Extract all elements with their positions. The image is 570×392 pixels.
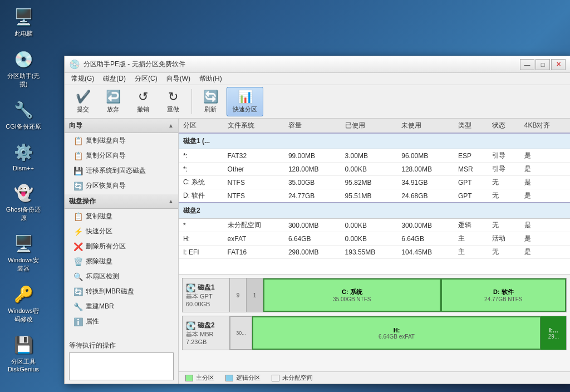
legend-unalloc-color xyxy=(272,375,279,381)
delete-all-icon: ❌ xyxy=(73,242,82,251)
sidebar-item-copy-disk[interactable]: 📋 复制磁盘向导 xyxy=(65,133,178,148)
disk2-part-unalloc[interactable]: 30... xyxy=(230,316,252,350)
disk2-info: 💽 磁盘2 基本 MBR 7.23GB xyxy=(183,316,230,350)
disk2-label: 磁盘2 xyxy=(179,203,570,219)
guide-arrow: ▲ xyxy=(168,122,174,129)
col-align: 4KB对齐 xyxy=(520,119,570,133)
d1p3-type: GPT xyxy=(454,176,488,189)
sidebar-section-guide: 向导 ▲ 📋 复制磁盘向导 📋 复制分区向导 💾 迁移系统到固态磁盘 🔄 xyxy=(65,119,178,193)
desktop-icon-dism[interactable]: ⚙️ Dism++ xyxy=(6,141,41,171)
d1p4-free: 24.68GB xyxy=(397,189,454,203)
legend-logical: 逻辑分区 xyxy=(225,374,261,382)
diskgenius-icon: 💾 xyxy=(12,334,35,356)
col-partition: 分区 xyxy=(179,119,223,133)
sidebar-item-wipe-disk[interactable]: 🗑️ 擦除磁盘 xyxy=(65,254,178,269)
d2p2-used: 0.00KB xyxy=(341,232,397,246)
sidebar-item-migrate-ssd[interactable]: 💾 迁移系统到固态磁盘 xyxy=(65,163,178,178)
desktop-icon-cgi[interactable]: 🔧 CGI备份还原 xyxy=(6,99,41,131)
disk-ops-arrow: ▲ xyxy=(168,198,174,204)
menu-general[interactable]: 常规(G) xyxy=(67,73,99,85)
wipe-disk-icon: 🗑️ xyxy=(73,257,82,266)
maximize-button[interactable]: □ xyxy=(535,59,550,70)
content-area: 向导 ▲ 📋 复制磁盘向导 📋 复制分区向导 💾 迁移系统到固态磁盘 🔄 xyxy=(65,119,570,384)
disk1-part-2[interactable]: 1 xyxy=(247,278,263,312)
title-bar: 💿 分区助手PE版 - 无损分区免费软件 — □ ✕ xyxy=(65,56,570,73)
sidebar-item-to-mbr[interactable]: 🔄 转换到MBR磁盘 xyxy=(65,284,178,299)
disk2-part-i[interactable]: I:... 29... xyxy=(541,316,566,350)
toolbar-redo[interactable]: ↻ 重做 xyxy=(159,87,187,116)
col-size: 容量 xyxy=(284,119,341,133)
toolbar-quick-partition[interactable]: 📊 快速分区 xyxy=(227,87,263,116)
sidebar-item-properties[interactable]: ℹ️ 属性 xyxy=(65,314,178,329)
disk2-visual-name: 💽 磁盘2 xyxy=(186,321,215,330)
d1p2-type: MSR xyxy=(454,163,488,176)
minimize-button[interactable]: — xyxy=(520,59,534,70)
bad-sector-label: 坏扇区检测 xyxy=(86,272,119,281)
disk2-part-h[interactable]: H: 6.64GB exFAT xyxy=(252,316,541,350)
sidebar-item-bad-sector[interactable]: 🔍 坏扇区检测 xyxy=(65,269,178,284)
toolbar-refresh[interactable]: 🔄 刷新 xyxy=(196,87,224,116)
menu-bar: 常规(G) 磁盘(D) 分区(C) 向导(W) 帮助(H) xyxy=(65,73,570,85)
sidebar-header-disk-ops[interactable]: 磁盘操作 ▲ xyxy=(65,194,178,209)
d2p3-size: 298.00MB xyxy=(284,246,341,259)
desktop-icon-winpasswd[interactable]: 🔑 Windows密码修改 xyxy=(6,283,41,324)
d2p3-name: I: EFI xyxy=(179,246,223,259)
desktop-icon-partition[interactable]: 💿 分区助手(无损) xyxy=(6,48,41,89)
d1p1-size: 99.00MB xyxy=(284,149,341,163)
disk1-part-d[interactable]: D: 软件 24.77GB NTFS xyxy=(441,278,566,312)
diskgenius-label: 分区工具DiskGenius xyxy=(6,357,41,373)
d2p2-status: 活动 xyxy=(488,232,520,246)
menu-disk[interactable]: 磁盘(D) xyxy=(99,73,130,85)
disk2-cylinder-icon: 💽 xyxy=(186,321,195,330)
desktop-icon-ghost[interactable]: 👻 Ghost备份还原 xyxy=(6,182,41,222)
d2p1-fs: 未分配空间 xyxy=(223,219,284,232)
ghost-icon: 👻 xyxy=(12,182,35,204)
d1p2-fs: Other xyxy=(223,163,284,176)
partition-table[interactable]: 分区 文件系统 容量 已使用 未使用 类型 状态 4KB对齐 xyxy=(179,119,570,274)
sidebar-header-guide[interactable]: 向导 ▲ xyxy=(65,119,178,133)
table-row[interactable]: I: EFI FAT16 298.00MB 193.55MB 104.45MB … xyxy=(179,246,570,259)
pending-box xyxy=(69,352,174,380)
disk1-part-c[interactable]: C: 系统 35.00GB NTFS xyxy=(263,278,441,312)
menu-partition[interactable]: 分区(C) xyxy=(130,73,162,85)
menu-wizard[interactable]: 向导(W) xyxy=(162,73,195,85)
table-row[interactable]: * 未分配空间 300.00MB 0.00KB 300.00MB 逻辑 无 是 xyxy=(179,219,570,232)
desktop-icon-this-pc[interactable]: 🖥️ 此电脑 xyxy=(6,6,41,38)
toolbar-undo[interactable]: ↺ 撤销 xyxy=(129,87,157,116)
winpasswd-icon: 🔑 xyxy=(12,283,35,305)
desktop-icon-diskgenius[interactable]: 💾 分区工具DiskGenius xyxy=(6,334,41,373)
desktop-icon-wininstall[interactable]: 🖥️ Windows安装器 xyxy=(6,232,41,273)
d1p2-align: 是 xyxy=(520,163,570,176)
table-row[interactable]: C: 系统 NTFS 35.00GB 95.82MB 34.91GB GPT 无… xyxy=(179,176,570,189)
close-button[interactable]: ✕ xyxy=(551,59,566,70)
d2p3-used: 193.55MB xyxy=(341,246,397,259)
sidebar-item-copy-disk2[interactable]: 📋 复制磁盘 xyxy=(65,209,178,224)
toolbar-discard[interactable]: ↩️ 放弃 xyxy=(99,87,127,116)
quick-partition-label: 快速分区 xyxy=(233,105,257,114)
sidebar-item-quick-part[interactable]: ⚡ 快速分区 xyxy=(65,224,178,239)
d1p1-fs: FAT32 xyxy=(223,149,284,163)
table-row[interactable]: D: 软件 NTFS 24.77GB 95.51MB 24.68GB GPT 无… xyxy=(179,189,570,203)
main-window: 💿 分区助手PE版 - 无损分区免费软件 — □ ✕ 常规(G) 磁盘(D) 分… xyxy=(64,56,570,384)
table-row[interactable]: H: exFAT 6.64GB 0.00KB 6.64GB 主 活动 是 xyxy=(179,232,570,246)
to-mbr-label: 转换到MBR磁盘 xyxy=(86,287,134,296)
copy-part-label: 复制分区向导 xyxy=(86,151,126,160)
sidebar-item-copy-part[interactable]: 📋 复制分区向导 xyxy=(65,148,178,163)
toolbar-submit[interactable]: ✔️ 提交 xyxy=(69,87,97,116)
disk2-parts: 30... H: 6.64GB exFAT I:... 29... xyxy=(230,316,566,350)
disk1-part-1[interactable]: 9 xyxy=(230,278,247,312)
table-row[interactable]: *: Other 128.00MB 0.00KB 128.00MB MSR 引导… xyxy=(179,163,570,176)
table-row[interactable]: *: FAT32 99.00MB 3.00MB 96.00MB ESP 引导 是 xyxy=(179,149,570,163)
menu-help[interactable]: 帮助(H) xyxy=(195,73,227,85)
sidebar-item-delete-all[interactable]: ❌ 删除所有分区 xyxy=(65,239,178,254)
table-header-row: 分区 文件系统 容量 已使用 未使用 类型 状态 4KB对齐 xyxy=(179,119,570,133)
ghost-label: Ghost备份还原 xyxy=(6,205,41,222)
winpasswd-label: Windows密码修改 xyxy=(6,307,41,324)
partition-table-content: 分区 文件系统 容量 已使用 未使用 类型 状态 4KB对齐 xyxy=(179,119,570,259)
disk1-cylinder-icon: 💽 xyxy=(186,283,195,292)
disk-ops-title: 磁盘操作 xyxy=(69,197,96,206)
cgi-icon: 🔧 xyxy=(12,99,35,121)
sidebar-item-restore-part[interactable]: 🔄 分区恢复向导 xyxy=(65,178,178,193)
sidebar-item-rebuild-mbr[interactable]: 🔧 重建MBR xyxy=(65,299,178,314)
sidebar-pending: 等待执行的操作 xyxy=(65,337,178,384)
